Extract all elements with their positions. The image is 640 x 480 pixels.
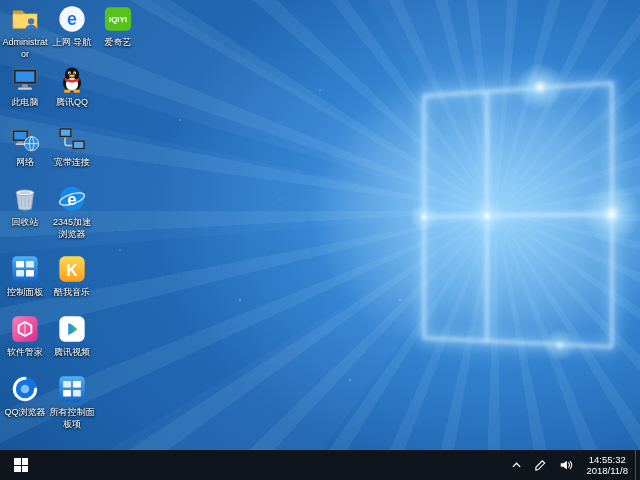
administrator-user-folder-icon [10,4,40,34]
browser-e-icon: e [57,4,87,34]
iqiyi-wordmark: iQIYI [109,15,127,24]
icon-label: 2345加速浏览器 [49,217,95,240]
pen-tray-button[interactable] [528,450,553,480]
desktop-icon-this-pc[interactable]: 此电脑 [2,64,48,109]
desktop-icon-iqiyi[interactable]: iQIYI 爱奇艺 [95,4,141,49]
desktop-icon-qq-browser[interactable]: QQ浏览器 [2,374,48,419]
pen-icon [534,459,547,472]
icon-label: 腾讯视频 [49,347,95,359]
desktop-icon-software-manager[interactable]: 软件管家 [2,314,48,359]
clock-date: 2018/11/8 [586,465,628,476]
wallpaper [0,0,640,450]
icon-label: 爱奇艺 [95,37,141,49]
computer-monitor-icon [10,64,40,94]
software-manager-icon [10,314,40,344]
desktop-icon-2345-browser[interactable]: e 2345加速浏览器 [49,184,95,240]
desktop-icon-network[interactable]: 网络 [2,124,48,169]
windows-logo-icon [14,458,28,472]
show-desktop-button[interactable] [635,450,640,480]
network-globe-icon [10,124,40,154]
icon-label: 网络 [2,157,48,169]
icon-label: 酷我音乐 [49,287,95,299]
hidden-icons-chevron[interactable] [505,450,528,480]
desktop-icon-tencent-video[interactable]: 腾讯视频 [49,314,95,359]
system-tray: 14:55:32 2018/11/8 [505,450,640,480]
2345-browser-e-icon: e [57,184,87,214]
qq-browser-icon [10,374,40,404]
e-glyph: e [67,9,77,29]
icon-label: 此电脑 [2,97,48,109]
icon-label: 回收站 [2,217,48,229]
icon-label: 控制面板 [2,287,48,299]
icon-label: 宽带连接 [49,157,95,169]
desktop-icon-tencent-qq[interactable]: 腾讯QQ [49,64,95,109]
volume-tray-button[interactable] [553,450,579,480]
desktop-icon-administrator[interactable]: Administrator [2,4,48,60]
clock-time: 14:55:32 [589,454,626,465]
icon-label: 软件管家 [2,347,48,359]
desktop-icon-all-control-panel-items[interactable]: 所有控制面板项 [49,374,95,430]
taskbar-clock[interactable]: 14:55:32 2018/11/8 [579,450,635,480]
desktop-icon-kuwo-music[interactable]: K 酷我音乐 [49,254,95,299]
icon-label: QQ浏览器 [2,407,48,419]
iqiyi-icon: iQIYI [103,4,133,34]
wallpaper-vignette [0,0,640,450]
desktop-screen: Administrator 此电脑 网络 回收站 控制面板 软件管家 [0,0,640,480]
speaker-icon [559,458,573,472]
taskbar: 14:55:32 2018/11/8 [0,450,640,480]
recycle-bin-icon [10,184,40,214]
control-panel-icon [10,254,40,284]
broadband-connection-icon [57,124,87,154]
qq-penguin-icon [57,64,87,94]
k-glyph: K [66,262,78,279]
icon-label: Administrator [2,37,48,60]
desktop-icon-control-panel[interactable]: 控制面板 [2,254,48,299]
desktop-icon-broadband-connection[interactable]: 宽带连接 [49,124,95,169]
icon-label: 腾讯QQ [49,97,95,109]
tencent-video-play-icon [57,314,87,344]
desktop-icon-recycle-bin[interactable]: 回收站 [2,184,48,229]
all-control-panel-items-icon [57,374,87,404]
icon-label: 上网 导航 [49,37,95,49]
start-button[interactable] [0,450,42,480]
desktop-icon-web-navigation[interactable]: e 上网 导航 [49,4,95,49]
icon-label: 所有控制面板项 [49,407,95,430]
kuwo-music-icon: K [57,254,87,284]
chevron-up-icon [511,460,522,471]
